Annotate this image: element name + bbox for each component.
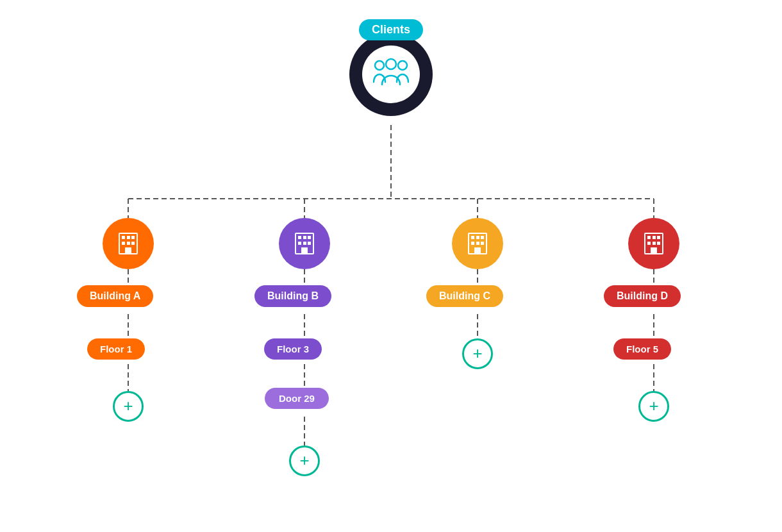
building-d-label[interactable]: Building D xyxy=(604,285,681,307)
building-b-label-node[interactable]: Building B xyxy=(254,285,331,307)
svg-point-18 xyxy=(375,61,384,70)
building-c-icon xyxy=(463,229,492,258)
svg-rect-52 xyxy=(651,247,657,254)
root-circle xyxy=(349,33,433,116)
building-b-circle xyxy=(279,218,330,269)
root-circle-inner xyxy=(362,46,420,103)
add-button-b[interactable]: + xyxy=(289,445,320,476)
svg-rect-44 xyxy=(474,247,481,254)
svg-rect-27 xyxy=(131,242,135,245)
svg-point-19 xyxy=(398,61,407,70)
door-29-label[interactable]: Door 29 xyxy=(265,388,329,409)
floor-3-label[interactable]: Floor 3 xyxy=(264,338,322,360)
svg-rect-39 xyxy=(476,236,479,239)
building-c-circle xyxy=(452,218,503,269)
add-button-d[interactable]: + xyxy=(638,391,669,422)
svg-rect-41 xyxy=(471,242,474,245)
svg-rect-42 xyxy=(476,242,479,245)
svg-rect-43 xyxy=(481,242,484,245)
svg-rect-32 xyxy=(308,236,311,239)
svg-rect-51 xyxy=(657,242,660,245)
building-b-node xyxy=(279,218,330,274)
floor-3-node[interactable]: Floor 3 xyxy=(264,338,322,360)
svg-rect-48 xyxy=(657,236,660,239)
building-c-label[interactable]: Building C xyxy=(426,285,503,307)
building-d-node xyxy=(628,218,679,274)
add-button-c[interactable]: + xyxy=(462,338,493,369)
svg-rect-34 xyxy=(303,242,306,245)
svg-rect-50 xyxy=(653,242,656,245)
svg-rect-33 xyxy=(298,242,301,245)
svg-rect-46 xyxy=(647,236,651,239)
root-label: Clients xyxy=(359,19,423,40)
building-d-circle xyxy=(628,218,679,269)
svg-rect-47 xyxy=(653,236,656,239)
svg-rect-49 xyxy=(647,242,651,245)
plus-icon-b: + xyxy=(299,452,309,469)
door-29-node[interactable]: Door 29 xyxy=(265,388,329,409)
svg-rect-25 xyxy=(122,242,125,245)
building-d-icon xyxy=(640,229,668,258)
plus-icon-a: + xyxy=(123,397,133,414)
building-a-icon xyxy=(114,229,142,258)
svg-rect-22 xyxy=(122,236,125,239)
svg-rect-31 xyxy=(303,236,306,239)
building-d-label-node[interactable]: Building D xyxy=(604,285,681,307)
building-a-circle xyxy=(103,218,154,269)
plus-icon-d: + xyxy=(649,397,658,414)
svg-rect-36 xyxy=(301,247,308,254)
building-a-label[interactable]: Building A xyxy=(77,285,153,307)
svg-rect-26 xyxy=(127,242,130,245)
diagram-container: Clients xyxy=(0,0,782,532)
svg-rect-35 xyxy=(308,242,311,245)
building-b-label[interactable]: Building B xyxy=(254,285,331,307)
svg-point-20 xyxy=(386,59,396,69)
svg-rect-24 xyxy=(131,236,135,239)
building-b-icon xyxy=(290,229,319,258)
building-c-label-node[interactable]: Building C xyxy=(426,285,503,307)
floor-5-node[interactable]: Floor 5 xyxy=(613,338,671,360)
svg-rect-38 xyxy=(471,236,474,239)
svg-rect-40 xyxy=(481,236,484,239)
building-a-label-node[interactable]: Building A xyxy=(77,285,153,307)
svg-rect-23 xyxy=(127,236,130,239)
svg-rect-30 xyxy=(298,236,301,239)
floor-5-label[interactable]: Floor 5 xyxy=(613,338,671,360)
clients-icon xyxy=(373,58,409,91)
svg-rect-28 xyxy=(125,247,131,254)
plus-icon-c: + xyxy=(472,345,482,362)
floor-1-node[interactable]: Floor 1 xyxy=(87,338,145,360)
building-a-node xyxy=(103,218,154,274)
add-button-a[interactable]: + xyxy=(113,391,144,422)
root-node: Clients xyxy=(349,19,433,116)
building-c-node xyxy=(452,218,503,274)
floor-1-label[interactable]: Floor 1 xyxy=(87,338,145,360)
